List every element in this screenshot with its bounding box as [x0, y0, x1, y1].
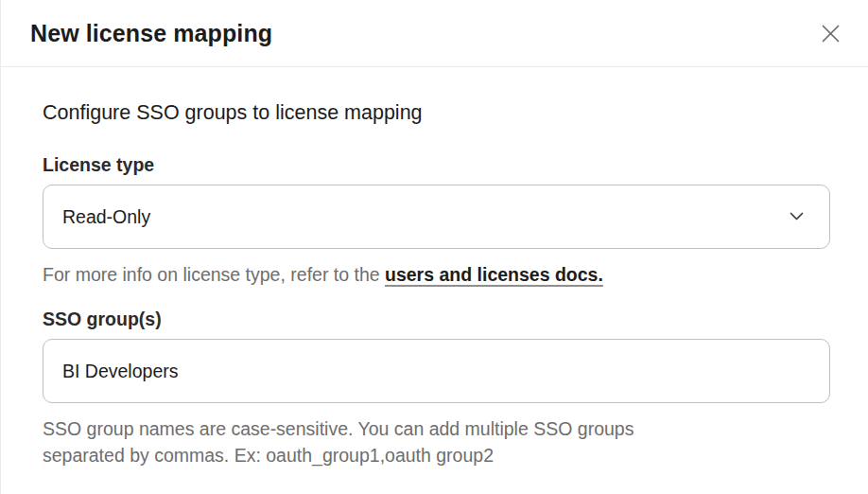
license-type-help-text: For more info on license type, refer to …: [43, 264, 385, 285]
license-type-help: For more info on license type, refer to …: [43, 261, 830, 288]
sso-groups-input[interactable]: [43, 339, 830, 403]
dialog-header: New license mapping: [1, 0, 868, 67]
close-icon: [820, 23, 842, 44]
sso-groups-label: SSO group(s): [43, 309, 830, 330]
dialog-title: New license mapping: [30, 20, 272, 47]
license-type-label: License type: [43, 154, 830, 176]
section-heading: Configure SSO groups to license mapping: [43, 101, 830, 125]
new-license-mapping-dialog: New license mapping Configure SSO groups…: [0, 0, 868, 494]
license-type-selected-value: Read-Only: [62, 206, 150, 228]
sso-groups-help: SSO group names are case-sensitive. You …: [43, 415, 716, 468]
license-type-select[interactable]: Read-Only: [43, 185, 830, 249]
dialog-body: Configure SSO groups to license mapping …: [1, 67, 868, 468]
chevron-down-icon: [790, 212, 804, 221]
users-licenses-docs-link[interactable]: users and licenses docs.: [385, 264, 603, 285]
close-button[interactable]: [817, 20, 843, 46]
